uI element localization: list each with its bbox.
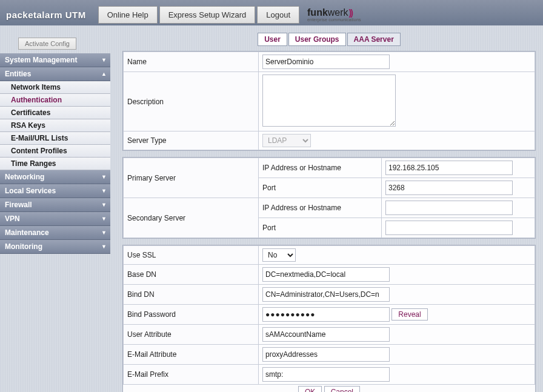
activate-config-button[interactable]: Activate Config — [18, 38, 76, 50]
sidebar-item-firewall[interactable]: Firewall▼ — [0, 198, 110, 212]
bind-password-input[interactable] — [262, 307, 390, 322]
sidebar-item-email-url-lists[interactable]: E-Mail/URL Lists — [0, 132, 110, 145]
logout-button[interactable]: Logout — [257, 6, 299, 24]
label-secondary-ip: IP Address or Hostname — [259, 198, 382, 218]
name-input[interactable] — [262, 55, 390, 69]
user-attribute-input[interactable] — [262, 327, 390, 342]
chevron-down-icon: ▼ — [101, 244, 107, 250]
funkwerk-logo: funkwerk)) enterprise communications — [307, 7, 361, 22]
secondary-port-input[interactable] — [385, 221, 513, 235]
cancel-button[interactable]: Cancel — [324, 386, 360, 392]
sidebar-item-rsa-keys[interactable]: RSA Keys — [0, 119, 110, 132]
chevron-down-icon: ▼ — [101, 57, 107, 63]
chevron-up-icon: ▲ — [101, 71, 107, 77]
label-description: Description — [124, 72, 259, 131]
primary-port-input[interactable] — [385, 181, 513, 195]
chevron-down-icon: ▼ — [101, 230, 107, 236]
description-input[interactable] — [262, 75, 396, 127]
label-secondary-server: Secondary Server — [124, 198, 259, 238]
use-ssl-select[interactable]: No — [262, 248, 296, 262]
sidebar-item-network-items[interactable]: Network Items — [0, 81, 110, 94]
content-area: User User Groups AAA Server Name Descrip… — [110, 25, 543, 392]
label-use-ssl: Use SSL — [124, 246, 259, 265]
label-name: Name — [124, 52, 259, 72]
primary-ip-input[interactable] — [385, 161, 513, 175]
sidebar-item-networking[interactable]: Networking▼ — [0, 170, 110, 184]
label-base-dn: Base DN — [124, 265, 259, 285]
server-type-select[interactable]: LDAP — [262, 134, 311, 147]
sidebar-item-maintenance[interactable]: Maintenance▼ — [0, 226, 110, 240]
tab-aaa-server[interactable]: AAA Server — [347, 33, 401, 46]
chevron-down-icon: ▼ — [101, 216, 107, 222]
ok-button[interactable]: OK — [298, 386, 322, 392]
panel-servers: Primary Server IP Address or Hostname Po… — [122, 157, 536, 239]
express-setup-wizard-button[interactable]: Express Setup Wizard — [159, 6, 256, 24]
label-primary-server: Primary Server — [124, 158, 259, 198]
chevron-down-icon: ▼ — [101, 188, 107, 194]
email-attribute-input[interactable] — [262, 347, 390, 362]
label-secondary-port: Port — [259, 218, 382, 238]
radio-waves-icon: )) — [349, 8, 352, 18]
label-email-prefix: E-Mail Prefix — [124, 365, 259, 385]
tab-user[interactable]: User — [258, 33, 287, 46]
sidebar: Activate Config System Management▼ Entit… — [0, 25, 110, 392]
label-user-attr: User Attribute — [124, 325, 259, 345]
sidebar-item-certificates[interactable]: Certificates — [0, 107, 110, 119]
app-title: packetalarm UTM — [6, 10, 86, 20]
chevron-down-icon: ▼ — [101, 202, 107, 208]
tab-user-groups[interactable]: User Groups — [288, 33, 346, 46]
chevron-down-icon: ▼ — [101, 174, 107, 180]
label-primary-port: Port — [259, 178, 382, 198]
reveal-button[interactable]: Reveal — [391, 308, 427, 321]
email-prefix-input[interactable] — [262, 367, 390, 382]
label-bind-password: Bind Password — [124, 305, 259, 325]
top-bar: packetalarm UTM Online Help Express Setu… — [0, 0, 543, 25]
sidebar-item-time-ranges[interactable]: Time Ranges — [0, 158, 110, 170]
label-email-attr: E-Mail Attribute — [124, 345, 259, 365]
sidebar-item-content-profiles[interactable]: Content Profiles — [0, 145, 110, 158]
secondary-ip-input[interactable] — [385, 201, 513, 215]
sidebar-item-authentication[interactable]: Authentication — [0, 94, 110, 107]
sidebar-item-local-services[interactable]: Local Services▼ — [0, 184, 110, 198]
label-server-type: Server Type — [124, 131, 259, 150]
label-bind-dn: Bind DN — [124, 285, 259, 305]
panel-ldap: Use SSL No Base DN Bind DN Bind — [122, 245, 536, 392]
label-primary-ip: IP Address or Hostname — [259, 158, 382, 178]
tabs: User User Groups AAA Server — [122, 33, 536, 46]
sidebar-item-entities[interactable]: Entities▲ — [0, 67, 110, 81]
panel-basic: Name Description Server Type LDAP — [122, 51, 536, 151]
sidebar-item-vpn[interactable]: VPN▼ — [0, 212, 110, 226]
base-dn-input[interactable] — [262, 267, 390, 282]
sidebar-item-monitoring[interactable]: Monitoring▼ — [0, 240, 110, 254]
sidebar-item-system-management[interactable]: System Management▼ — [0, 53, 110, 67]
bind-dn-input[interactable] — [262, 287, 390, 302]
online-help-button[interactable]: Online Help — [98, 6, 158, 24]
